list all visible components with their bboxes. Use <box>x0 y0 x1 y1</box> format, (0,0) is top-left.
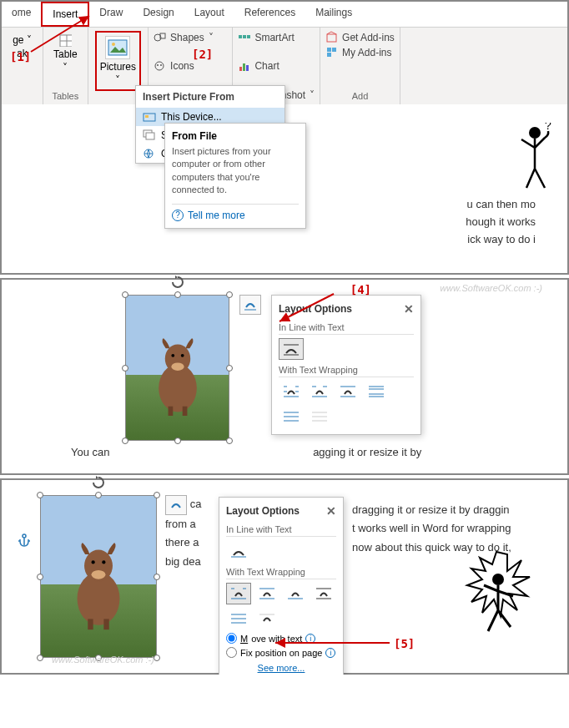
resize-handle[interactable] <box>154 655 160 661</box>
addins-icon <box>325 46 338 58</box>
svg-point-36 <box>171 362 184 371</box>
wrap-front[interactable] <box>254 608 279 629</box>
see-more-link[interactable]: See more... <box>226 663 336 673</box>
pictures-label: Pictures <box>100 61 136 73</box>
resize-handle[interactable] <box>37 574 43 580</box>
close-button[interactable]: ✕ <box>404 302 414 316</box>
rotate-handle-icon[interactable] <box>170 275 185 290</box>
svg-rect-14 <box>247 35 250 38</box>
resize-handle[interactable] <box>122 365 128 372</box>
tab-design[interactable]: Design <box>133 2 184 27</box>
resize-handle[interactable] <box>154 574 160 580</box>
wrap-through[interactable] <box>335 381 360 402</box>
layout-options-popup: Layout Options ✕ In Line with Text With … <box>271 295 421 435</box>
watermark: www.SoftwareOK.com :-) <box>440 283 542 293</box>
stock-icon <box>143 129 156 141</box>
inserted-image-2[interactable] <box>40 495 157 658</box>
get-addins-button[interactable]: Get Add-ins <box>325 31 395 43</box>
resize-handle[interactable] <box>37 655 43 661</box>
watermark: www.SoftwareOK.com :-) <box>52 655 154 665</box>
doc-text-frag: You can <box>71 446 110 458</box>
tab-layout[interactable]: Layout <box>184 2 234 27</box>
annotation-5: [5] <box>394 637 415 650</box>
popup-title-text: Layout Options <box>279 303 352 315</box>
resize-handle[interactable] <box>174 437 181 444</box>
svg-rect-21 <box>327 48 331 52</box>
icons-icon <box>154 60 166 73</box>
wrap-square[interactable] <box>279 381 304 402</box>
table-button[interactable]: Table ˅ <box>50 31 81 77</box>
radio-input[interactable] <box>226 633 237 644</box>
svg-rect-16 <box>243 63 245 71</box>
resize-handle[interactable] <box>122 437 128 444</box>
group-tables-label: Tables <box>50 89 81 101</box>
shapes-button[interactable]: Shapes ˅ <box>154 31 227 43</box>
svg-rect-20 <box>327 34 336 42</box>
tooltip-body: Insert pictures from your computer or fr… <box>172 145 299 197</box>
tab-draw[interactable]: Draw <box>89 2 133 27</box>
wrap-square[interactable] <box>226 583 251 604</box>
doc-text-frag: agging it or resize it by <box>313 446 421 458</box>
svg-point-31 <box>529 127 541 139</box>
picture-icon <box>105 36 130 59</box>
svg-text:?: ? <box>545 123 551 132</box>
tooltip-title: From File <box>172 130 299 142</box>
radio-input[interactable] <box>226 647 237 658</box>
wrap-through[interactable] <box>283 583 308 604</box>
my-addins-button[interactable]: My Add-ins <box>325 46 395 58</box>
wrap-inline[interactable] <box>226 540 251 562</box>
doc-text-frag: t works well in Word for wrapping <box>352 522 511 534</box>
stick-figure-burst <box>442 548 551 665</box>
wrap-tight[interactable] <box>307 381 332 402</box>
resize-handle[interactable] <box>174 291 181 298</box>
annotation-4: [4] <box>350 283 371 296</box>
radio-move-with-text[interactable]: Move with text i <box>226 633 336 644</box>
tab-home[interactable]: ome <box>2 2 41 27</box>
wrap-front[interactable] <box>307 406 332 427</box>
resize-handle[interactable] <box>226 291 233 298</box>
resize-handle[interactable] <box>154 492 160 498</box>
wrap-inline[interactable] <box>279 338 304 360</box>
tab-mailings[interactable]: Mailings <box>305 2 362 27</box>
wrap-behind[interactable] <box>279 406 304 427</box>
svg-rect-22 <box>332 48 336 52</box>
icons-button[interactable]: Icons <box>154 60 227 73</box>
layout-options-button[interactable] <box>165 495 187 515</box>
wrap-tight[interactable] <box>254 583 279 604</box>
wrapping-section-label: With Text Wrapping <box>279 365 414 377</box>
radio-fix-position[interactable]: Fix position on page i <box>226 647 336 658</box>
info-icon[interactable]: i <box>305 634 315 644</box>
smartart-button[interactable]: SmartArt <box>238 31 315 43</box>
doc-text-frag: ca <box>190 498 202 511</box>
rotate-handle-icon[interactable] <box>91 475 106 490</box>
resize-handle[interactable] <box>226 365 233 372</box>
annotation-1: [1] <box>10 50 31 63</box>
svg-rect-70 <box>103 619 108 630</box>
layout-options-popup-2: Layout Options ✕ In Line with Text With … <box>219 497 344 675</box>
tooltip-link[interactable]: ? Tell me more <box>172 204 299 221</box>
svg-point-10 <box>157 64 159 66</box>
tab-insert[interactable]: Insert <box>41 2 89 27</box>
svg-point-38 <box>180 354 184 357</box>
tab-references[interactable]: References <box>234 2 305 27</box>
wrap-topbottom[interactable] <box>311 583 336 604</box>
doc-text-frag: dragging it or resize it by draggin <box>352 503 510 516</box>
inline-section-label: In Line with Text <box>226 524 336 537</box>
annotation-2: [2] <box>192 48 213 61</box>
svg-point-67 <box>92 561 95 564</box>
inserted-image[interactable] <box>125 295 229 441</box>
svg-point-85 <box>492 574 504 585</box>
layout-icon <box>169 499 184 511</box>
close-button[interactable]: ✕ <box>326 504 336 518</box>
pictures-button[interactable]: Pictures ˅ <box>95 31 141 91</box>
layout-options-button[interactable] <box>239 295 261 315</box>
dropdown-title: Insert Picture From <box>136 86 284 108</box>
resize-handle[interactable] <box>226 437 233 444</box>
wrap-topbottom[interactable] <box>364 381 389 402</box>
svg-rect-5 <box>108 40 127 55</box>
chart-button[interactable]: Chart <box>238 60 315 73</box>
popup-title-text: Layout Options <box>226 505 300 517</box>
wrap-behind[interactable] <box>226 608 251 629</box>
info-icon[interactable]: i <box>325 648 335 658</box>
svg-point-6 <box>112 43 115 46</box>
